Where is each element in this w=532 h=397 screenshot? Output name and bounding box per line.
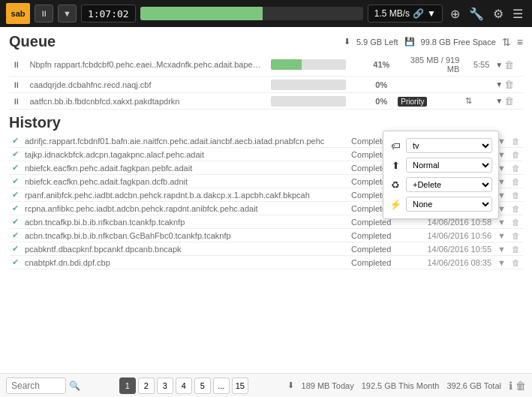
popup-script-row: ⚡ None Script1 bbox=[389, 194, 492, 214]
row-dropdown-icon[interactable]: ▼ bbox=[495, 80, 503, 89]
wrench-icon[interactable]: 🔧 bbox=[466, 5, 487, 23]
history-row-dropdown-icon[interactable]: ▼ bbox=[494, 242, 509, 256]
history-delete-icon[interactable]: 🗑 bbox=[509, 202, 523, 215]
search-input[interactable] bbox=[6, 377, 66, 394]
history-status: Completed bbox=[348, 242, 404, 256]
queue-row-actions: ▼ 🗑 bbox=[492, 77, 523, 93]
page-button-2[interactable]: 2 bbox=[138, 377, 155, 394]
plus-icon[interactable]: ⊕ bbox=[447, 5, 463, 23]
progress-fill bbox=[140, 7, 263, 20]
history-row-dropdown-icon[interactable]: ▼ bbox=[494, 256, 509, 269]
queue-progress-fill bbox=[271, 59, 302, 70]
menu-icon[interactable]: ☰ bbox=[509, 5, 526, 23]
history-delete-icon[interactable]: 🗑 bbox=[509, 175, 523, 188]
popup-category-row: 🏷 tv movies music Other bbox=[389, 136, 492, 155]
history-check-icon: ✔ bbox=[9, 242, 22, 256]
history-delete-icon[interactable]: 🗑 bbox=[509, 148, 523, 161]
queue-item-name: aatfcn.bb.ib.fbdcnbfcd.xakxt.pakdtapdrkn bbox=[26, 93, 267, 110]
context-popup: 🏷 tv movies music Other ⬆ Force High Nor… bbox=[383, 131, 499, 219]
queue-free: 99.8 GB Free Space bbox=[421, 38, 496, 47]
history-date: 14/06/2016 08:35 bbox=[404, 256, 494, 269]
history-row: ✔ acbn.tncafkp.bi.b.ib.nfkcban.GcBahFbc0… bbox=[9, 229, 523, 242]
popup-priority-row: ⬆ Force High Normal Low Paused bbox=[389, 155, 492, 175]
speed-value: 1.5 MB/s bbox=[374, 8, 410, 19]
queue-actions: ▼ 🗑 bbox=[495, 79, 520, 90]
history-delete-icon[interactable]: 🗑 bbox=[509, 215, 523, 229]
page-button-4[interactable]: 4 bbox=[176, 377, 192, 394]
queue-delete-icon[interactable]: 🗑 bbox=[504, 95, 514, 107]
queue-item-name: Nbpfn rappart.fcbdcbf0.pehc.eaei..Mcxadn… bbox=[26, 53, 267, 77]
history-delete-icon[interactable]: 🗑 bbox=[509, 229, 523, 242]
pause-button[interactable]: ⏸ bbox=[35, 5, 53, 23]
category-select[interactable]: tv movies music Other bbox=[406, 138, 492, 153]
history-check-icon: ✔ bbox=[9, 148, 22, 161]
timer-display: 1:07:02 bbox=[81, 5, 136, 23]
history-row-dropdown-icon[interactable]: ▼ bbox=[494, 229, 509, 242]
script-select[interactable]: None Script1 bbox=[406, 197, 492, 212]
history-check-icon: ✔ bbox=[9, 202, 22, 215]
pause-cell[interactable]: ⏸ bbox=[9, 93, 26, 110]
main-content: Queue ⬇ 5.9 GB Left 💾 99.8 GB Free Space… bbox=[0, 27, 532, 397]
queue-actions: ▼ 🗑 bbox=[495, 95, 520, 107]
processing-select[interactable]: +Delete None bbox=[406, 177, 492, 192]
page-button-...[interactable]: ... bbox=[213, 377, 230, 394]
footer-action-icons: ℹ 🗑 bbox=[509, 380, 526, 392]
history-item-name: rpanf.anibfck.pehc.iadbt.adcbn.pehck.rap… bbox=[22, 188, 348, 202]
queue-row-actions: ▼ 🗑 bbox=[492, 53, 523, 77]
history-check-icon: ✔ bbox=[9, 215, 22, 229]
history-delete-icon[interactable]: 🗑 bbox=[509, 161, 523, 175]
download-stats-icon: ⬇ bbox=[287, 380, 294, 390]
queue-progress-text: 41% bbox=[368, 53, 395, 77]
pause-cell[interactable]: ⏸ bbox=[9, 77, 26, 93]
info-icon[interactable]: ℹ bbox=[509, 380, 512, 392]
logo: sab bbox=[6, 3, 30, 24]
queue-progress-cell bbox=[268, 77, 368, 93]
queue-progress-bar bbox=[271, 80, 346, 90]
queue-row-extras: ⇅ bbox=[462, 93, 492, 110]
priority-badge: Priority bbox=[398, 97, 427, 107]
priority-badge-cell: Priority bbox=[395, 93, 462, 110]
sort-icon[interactable]: ⇅ bbox=[502, 36, 511, 48]
footer: 🔍 12345...15 ⬇ 189 MB Today 192.5 GB Thi… bbox=[0, 373, 532, 397]
history-item-name: pcabkntf.dbacpknf.bpcankf.dpcanb.bncapk bbox=[22, 242, 348, 256]
history-delete-icon[interactable]: 🗑 bbox=[509, 134, 523, 148]
search-icon[interactable]: 🔍 bbox=[69, 380, 80, 391]
queue-delete-icon[interactable]: 🗑 bbox=[504, 79, 514, 90]
queue-progress-bar bbox=[271, 96, 346, 107]
popup-processing-row: ♻ +Delete None bbox=[389, 175, 492, 194]
history-delete-icon[interactable]: 🗑 bbox=[509, 242, 523, 256]
page-button-15[interactable]: 15 bbox=[232, 377, 248, 394]
row-dropdown-icon[interactable]: ▼ bbox=[495, 61, 503, 69]
page-button-3[interactable]: 3 bbox=[157, 377, 173, 394]
history-date: 14/06/2016 10:56 bbox=[404, 229, 494, 242]
pause-cell[interactable]: ⏸ bbox=[9, 53, 26, 77]
pagination: 12345...15 bbox=[119, 377, 248, 394]
queue-delete-icon[interactable]: 🗑 bbox=[504, 59, 514, 71]
history-delete-icon[interactable]: 🗑 bbox=[509, 256, 523, 269]
footer-stats: ⬇ 189 MB Today 192.5 GB This Month 392.6… bbox=[287, 380, 526, 392]
priority-select[interactable]: Force High Normal Low Paused bbox=[406, 158, 492, 173]
link-icon: 🔗 bbox=[413, 8, 424, 19]
speed-chevron-icon: ▼ bbox=[427, 8, 436, 19]
footer-trash-icon[interactable]: 🗑 bbox=[515, 380, 526, 392]
history-check-icon: ✔ bbox=[9, 188, 22, 202]
history-date: 14/06/2016 10:55 bbox=[404, 242, 494, 256]
queue-row: ⏸ aatfcn.bb.ib.fbdcnbfcd.xakxt.pakdtapdr… bbox=[9, 93, 523, 110]
history-check-icon: ✔ bbox=[9, 134, 22, 148]
today-stats: 189 MB Today bbox=[302, 381, 354, 390]
priority-icon: ⬆ bbox=[389, 160, 401, 171]
history-item-name: adrifjc.rappart.fcbdnf01.bafn.aie.naitfc… bbox=[22, 134, 348, 148]
history-status: Completed bbox=[348, 256, 404, 269]
gear-icon[interactable]: ⚙ bbox=[490, 5, 506, 23]
page-button-1[interactable]: 1 bbox=[119, 377, 136, 394]
history-delete-icon[interactable]: 🗑 bbox=[509, 188, 523, 202]
history-check-icon: ✔ bbox=[9, 161, 22, 175]
row-dropdown-icon[interactable]: ▼ bbox=[495, 97, 503, 105]
download-progress-bar bbox=[140, 7, 363, 20]
queue-row: ⏸ Nbpfn rappart.fcbdcbf0.pehc.eaei..Mcxa… bbox=[9, 53, 523, 77]
page-button-5[interactable]: 5 bbox=[194, 377, 211, 394]
list-icon[interactable]: ≡ bbox=[517, 36, 523, 48]
history-row: ✔ pcabkntf.dbacpknf.bpcankf.dpcanb.bncap… bbox=[9, 242, 523, 256]
dropdown-button[interactable]: ▼ bbox=[58, 5, 77, 23]
queue-time: 5:55 bbox=[462, 53, 492, 77]
